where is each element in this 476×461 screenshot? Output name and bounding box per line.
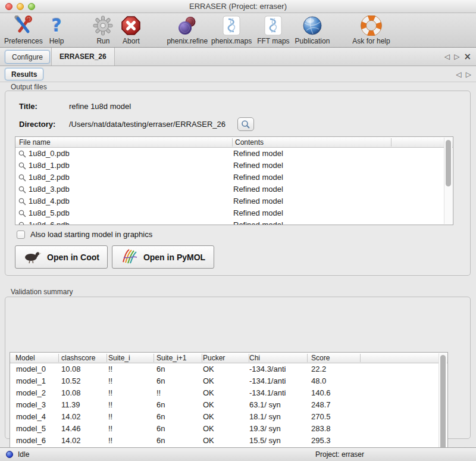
cell-pucker: OK	[203, 400, 214, 409]
file-contents: Refined model	[233, 220, 283, 225]
fft-maps-icon	[264, 15, 282, 36]
table-row[interactable]: 1u8d_5.pdb Refined model	[15, 207, 453, 219]
table-row[interactable]: model_6 14.02 !! 6n OK 15.5/ syn 295.3	[10, 435, 447, 447]
table-row[interactable]: 1u8d_2.pdb Refined model	[15, 172, 453, 183]
checkbox-label: Also load starting model in graphics	[30, 230, 152, 239]
file-contents: Refined model	[233, 197, 283, 205]
validation-summary-table[interactable]: Model clashscore Suite_i Suite_i+1 Pucke…	[10, 352, 448, 461]
table-row[interactable]: 1u8d_4.pdb Refined model	[15, 195, 453, 207]
table-row[interactable]: model_2 10.08 !! !! OK -134.1/anti 140.6	[10, 387, 447, 399]
cell-clashscore: 10.52	[61, 376, 81, 385]
column-header-suite-i1[interactable]: Suite_i+1	[156, 354, 186, 362]
browse-directory-button[interactable]	[237, 117, 254, 131]
button-label: Open in PyMOL	[143, 253, 205, 262]
tab-erraser-26[interactable]: ERRASER_26	[51, 48, 115, 66]
tab-nav-controls: ◁ ▷ ×	[444, 48, 471, 66]
cell-model: model_4	[16, 412, 46, 421]
table-row[interactable]: 1u8d_0.pdb Refined model	[15, 148, 453, 160]
cell-model: model_0	[16, 365, 46, 373]
cell-suite-i1: 6n	[156, 412, 165, 421]
toolbar-label: phenix.maps	[211, 37, 252, 45]
tab-results[interactable]: Results	[5, 68, 43, 80]
table-row[interactable]: 1u8d_3.pdb Refined model	[15, 183, 453, 195]
toolbar-label: Publication	[295, 37, 330, 45]
toolbar: Preferences ? Help Run	[0, 13, 476, 48]
table-row[interactable]: 1u8d_1.pdb Refined model	[15, 160, 453, 172]
status-indicator-icon	[6, 451, 13, 458]
toolbar-button-phenix-refine[interactable]: phenix.refine	[167, 13, 208, 45]
cell-score: 22.2	[311, 365, 326, 373]
column-header-model[interactable]: Model	[15, 354, 35, 362]
button-label: Open in Coot	[47, 253, 99, 262]
cell-suite-i1: 6n	[156, 436, 165, 445]
scrollbar-thumb[interactable]	[446, 140, 451, 186]
window-title: ERRASER (Project: erraser)	[0, 2, 476, 11]
scrollbar-thumb[interactable]	[440, 355, 446, 461]
cell-score: 140.6	[311, 388, 331, 397]
cell-suite-i1: 6n	[156, 400, 165, 409]
cell-score: 283.8	[311, 424, 331, 433]
tab-close-icon[interactable]: ×	[464, 51, 471, 62]
table-row[interactable]: model_0 10.08 !! 6n OK -134.3/anti 22.2	[10, 363, 447, 375]
run-icon	[93, 15, 113, 36]
cell-chi: -134.3/anti	[249, 365, 286, 373]
cell-suite-i: !!	[108, 388, 112, 397]
tab-configure[interactable]: Configure	[5, 50, 50, 64]
file-table-scrollbar[interactable]	[444, 138, 452, 224]
toolbar-button-abort[interactable]: Abort	[121, 13, 141, 45]
toolbar-button-fft-maps[interactable]: FFT maps	[257, 13, 289, 45]
toolbar-button-help[interactable]: ? Help	[49, 13, 64, 45]
cell-suite-i: !!	[108, 365, 112, 373]
sub-tab-scroll-right-icon[interactable]: ▷	[466, 70, 471, 79]
title-value: refine 1u8d model	[69, 102, 131, 111]
toolbar-button-preferences[interactable]: Preferences	[4, 13, 43, 45]
validation-table-body: model_0 10.08 !! 6n OK -134.3/anti 22.2 …	[10, 363, 447, 461]
cell-pucker: OK	[203, 365, 214, 373]
sub-tab-bar: Results ◁ ▷	[0, 67, 476, 82]
toolbar-button-publication[interactable]: Publication	[295, 13, 330, 45]
toolbar-label: Help	[49, 37, 64, 45]
validation-table-scrollbar[interactable]	[439, 353, 447, 461]
column-header-contents[interactable]: Contents	[235, 138, 264, 147]
column-header-pucker[interactable]: Pucker	[203, 354, 225, 362]
output-files-table[interactable]: File name Contents 1u8d_0.pdb	[15, 136, 453, 225]
column-header-chi[interactable]: Chi	[249, 354, 260, 362]
column-header-clashscore[interactable]: clashscore	[61, 354, 95, 362]
file-name: 1u8d_6.pdb	[29, 220, 70, 225]
open-in-coot-button[interactable]: Open in Coot	[15, 245, 108, 269]
magnifier-icon	[18, 221, 26, 225]
table-row[interactable]: model_4 14.02 !! 6n OK 18.1/ syn 270.5	[10, 411, 447, 423]
cell-score: 270.5	[311, 412, 331, 421]
table-row[interactable]: model_5 14.46 !! 6n OK 19.3/ syn 283.8	[10, 423, 447, 435]
directory-label: Directory:	[19, 120, 55, 129]
magnifier-icon	[18, 161, 26, 172]
file-name: 1u8d_5.pdb	[29, 208, 70, 217]
toolbar-label: Preferences	[4, 37, 43, 45]
table-row[interactable]: 1u8d_6.pdb Refined model	[15, 219, 453, 225]
table-row[interactable]: model_3 11.39 !! 6n OK 63.1/ syn 248.7	[10, 399, 447, 411]
column-header-suite-i[interactable]: Suite_i	[108, 354, 130, 362]
magnifier-icon	[18, 197, 26, 208]
cell-chi: 15.5/ syn	[249, 436, 281, 445]
file-contents: Refined model	[233, 149, 283, 158]
open-in-pymol-button[interactable]: Open in PyMOL	[112, 245, 214, 269]
column-header-score[interactable]: Score	[311, 354, 330, 362]
main-tab-bar: Configure ERRASER_26 ◁ ▷ ×	[0, 48, 476, 66]
tab-scroll-right-icon[interactable]: ▷	[454, 52, 459, 61]
table-row[interactable]: model_1 10.52 !! 6n OK -134.1/anti 48.0	[10, 375, 447, 387]
cell-score: 248.7	[311, 400, 331, 409]
column-header-file-name[interactable]: File name	[19, 138, 51, 147]
cell-suite-i: !!	[108, 400, 112, 409]
lifebuoy-icon	[361, 15, 382, 36]
toolbar-button-run[interactable]: Run	[93, 13, 113, 45]
magnifier-icon	[18, 149, 26, 160]
cell-chi: -134.1/anti	[249, 376, 286, 385]
toolbar-button-ask-for-help[interactable]: Ask for help	[352, 13, 390, 45]
toolbar-button-phenix-maps[interactable]: phenix.maps	[211, 13, 252, 45]
tab-scroll-left-icon[interactable]: ◁	[444, 52, 450, 61]
load-starting-model-checkbox[interactable]	[17, 230, 25, 239]
file-contents: Refined model	[233, 161, 283, 170]
sub-tab-scroll-left-icon[interactable]: ◁	[456, 70, 462, 79]
cell-clashscore: 14.02	[61, 412, 81, 421]
cell-suite-i1: !!	[156, 388, 161, 397]
